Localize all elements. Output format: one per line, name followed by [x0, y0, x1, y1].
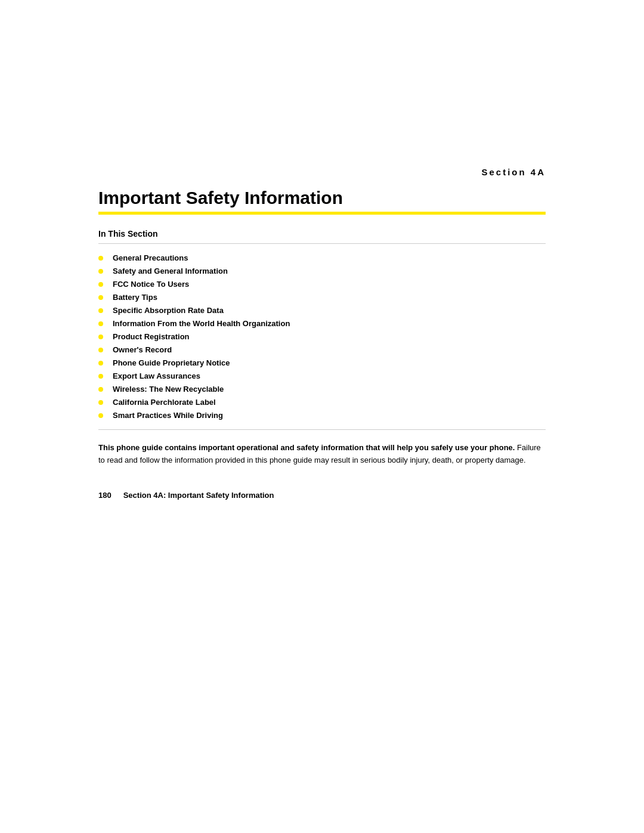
content-area: Section 4A Important Safety Information …: [98, 0, 546, 500]
toc-list: General Precautions Safety and General I…: [98, 253, 546, 420]
section-label: Section 4A: [98, 167, 546, 177]
in-this-section-heading: In This Section: [98, 229, 546, 239]
bullet-icon: [98, 282, 103, 287]
list-item: Specific Absorption Rate Data: [98, 306, 546, 315]
bullet-icon: [98, 295, 103, 300]
page: Section 4A Important Safety Information …: [0, 0, 644, 833]
page-footer: 180 Section 4A: Important Safety Informa…: [98, 491, 546, 500]
list-item-label: Phone Guide Proprietary Notice: [113, 358, 230, 367]
bullet-icon: [98, 256, 103, 261]
list-item-label: Battery Tips: [113, 293, 157, 302]
list-item: Smart Practices While Driving: [98, 411, 546, 420]
bullet-icon: [98, 348, 103, 352]
list-item-label: Product Registration: [113, 332, 190, 341]
bottom-divider: [98, 429, 546, 430]
list-item: Wireless: The New Recyclable: [98, 385, 546, 394]
list-item: Product Registration: [98, 332, 546, 341]
bullet-icon: [98, 361, 103, 366]
bullet-icon: [98, 335, 103, 339]
list-item: Phone Guide Proprietary Notice: [98, 358, 546, 367]
description-block: This phone guide contains important oper…: [98, 442, 546, 467]
list-item: FCC Notice To Users: [98, 280, 546, 289]
list-item: Export Law Assurances: [98, 371, 546, 380]
list-item-label: General Precautions: [113, 253, 188, 262]
description-bold: This phone guide contains important oper…: [98, 443, 515, 452]
list-item-label: Export Law Assurances: [113, 371, 200, 380]
yellow-rule: [98, 212, 546, 215]
list-item: Owner's Record: [98, 345, 546, 354]
bullet-icon: [98, 413, 103, 418]
list-item: Battery Tips: [98, 293, 546, 302]
page-title: Important Safety Information: [98, 188, 546, 208]
list-item-label: Specific Absorption Rate Data: [113, 306, 224, 315]
bullet-icon: [98, 400, 103, 405]
top-divider: [98, 243, 546, 244]
list-item-label: Owner's Record: [113, 345, 172, 354]
list-item-label: Safety and General Information: [113, 267, 228, 275]
footer-section-label: Section 4A: Important Safety Information: [123, 491, 274, 500]
list-item: Safety and General Information: [98, 267, 546, 275]
list-item-label: Smart Practices While Driving: [113, 411, 223, 420]
bullet-icon: [98, 374, 103, 379]
list-item-label: California Perchlorate Label: [113, 398, 216, 407]
list-item-label: FCC Notice To Users: [113, 280, 189, 289]
list-item: General Precautions: [98, 253, 546, 262]
list-item-label: Information From the World Health Organi…: [113, 319, 290, 328]
list-item-label: Wireless: The New Recyclable: [113, 385, 224, 394]
list-item: California Perchlorate Label: [98, 398, 546, 407]
list-item: Information From the World Health Organi…: [98, 319, 546, 328]
bullet-icon: [98, 387, 103, 392]
page-number: 180: [98, 491, 112, 500]
bullet-icon: [98, 308, 103, 313]
bullet-icon: [98, 269, 103, 274]
bullet-icon: [98, 321, 103, 326]
